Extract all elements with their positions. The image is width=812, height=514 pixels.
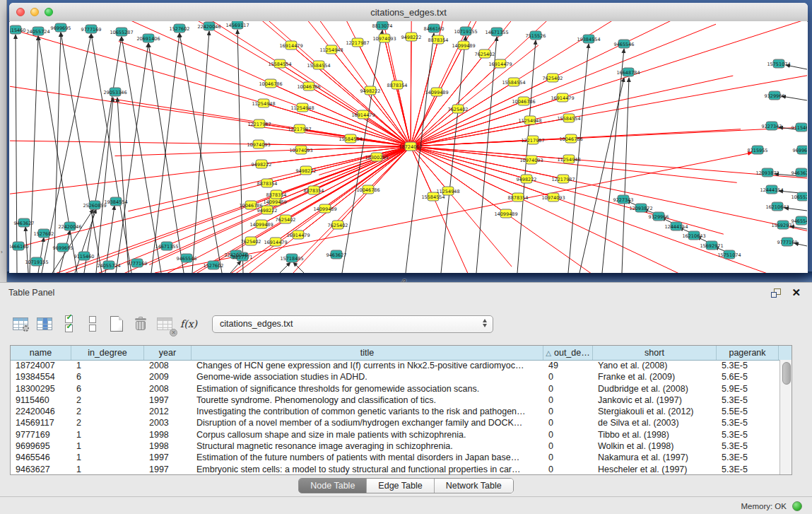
graph-node-label: 10974093 xyxy=(247,142,270,148)
graph-edge[interactable] xyxy=(342,30,382,273)
graph-edge[interactable] xyxy=(411,109,458,146)
graph-edge[interactable] xyxy=(411,37,411,146)
function-builder-icon[interactable]: f(x) xyxy=(178,314,199,334)
column-header-out_de[interactable]: △out_de… xyxy=(543,346,593,360)
graph-edge[interactable] xyxy=(441,36,466,273)
table-cell: Dudbridge et al. (2008) xyxy=(593,383,717,395)
new-column-icon[interactable] xyxy=(106,314,127,334)
table-cell: 1 xyxy=(71,429,144,440)
graph-node-label: 7625402 xyxy=(543,76,563,81)
float-window-icon[interactable] xyxy=(771,288,781,298)
scrollbar-thumb[interactable] xyxy=(782,362,791,385)
panel-expand-arrow-icon[interactable]: › xyxy=(1,249,3,255)
graph-edge[interactable] xyxy=(476,37,497,273)
table-cell: 1 xyxy=(71,464,144,475)
graph-node-label: 7515526 xyxy=(526,33,546,39)
graph-node-label: 16914479 xyxy=(286,233,310,238)
table-row[interactable]: 1830029562008Estimation of significance … xyxy=(11,383,780,395)
table-cell: 5.3E-5 xyxy=(717,464,779,475)
show-columns-icon[interactable] xyxy=(34,314,55,334)
graph-edge[interactable] xyxy=(579,78,624,273)
network-view-window[interactable]: citations_edges.txt 11254948122179871097… xyxy=(9,3,808,273)
table-row[interactable]: 1938455462009Genome-wide association stu… xyxy=(11,371,780,382)
table-cell: 2009 xyxy=(144,371,192,382)
window-titlebar[interactable]: citations_edges.txt xyxy=(9,3,808,22)
table-row[interactable]: 1872400712008Changes of HCN gene express… xyxy=(11,360,780,371)
graph-edge[interactable] xyxy=(411,21,689,146)
node-attribute-table[interactable]: namein_degreeyeartitle△out_de…shortpager… xyxy=(10,345,792,475)
tab-network-table[interactable]: Network Table xyxy=(435,479,513,493)
select-all-checks-icon[interactable]: ✓✓ xyxy=(58,314,79,334)
graph-edge[interactable] xyxy=(16,35,17,273)
graph-node-label: 9227343 xyxy=(613,197,634,203)
column-header-pagerank[interactable]: pagerank xyxy=(717,346,779,360)
graph-node-label: 12093872 xyxy=(755,170,779,176)
graph-edge[interactable] xyxy=(259,144,411,146)
graph-node-label: 15584554 xyxy=(421,194,445,200)
table-cell: Yano et al. (2008) xyxy=(593,360,717,371)
graph-edge[interactable] xyxy=(116,43,148,273)
tab-node-table[interactable]: Node Table xyxy=(299,479,367,493)
table-row[interactable]: 969969511998Structural magnetic resonanc… xyxy=(11,440,780,452)
table-row[interactable]: 946554611997Estimation of the future num… xyxy=(11,452,780,463)
table-cell: 0 xyxy=(543,417,593,428)
tab-edge-table[interactable]: Edge Table xyxy=(367,479,434,493)
column-header-short[interactable]: short xyxy=(593,346,717,360)
column-header-name[interactable]: name xyxy=(11,346,71,360)
delete-table-icon[interactable]: ✕ xyxy=(154,314,175,334)
collapsed-side-panel[interactable]: › xyxy=(0,0,7,282)
table-tabs-wrap: Node TableEdge TableNetwork Table xyxy=(0,478,812,493)
graph-node-label: 9498222 xyxy=(401,35,422,40)
column-header-year[interactable]: year xyxy=(144,346,192,360)
graph-edge[interactable] xyxy=(264,103,411,146)
graph-edge[interactable] xyxy=(25,227,28,273)
graph-node-label: 9465546 xyxy=(792,218,807,224)
table-selector-dropdown[interactable]: citations_edges.txt xyxy=(212,315,493,333)
graph-edge[interactable] xyxy=(52,209,93,273)
graph-node-label: 1527602 xyxy=(170,26,190,32)
graph-edge[interactable] xyxy=(411,139,571,146)
graph-edge[interactable] xyxy=(411,146,471,273)
graph-node-label: 7625402 xyxy=(475,52,495,57)
graph-edge[interactable] xyxy=(411,146,807,234)
table-mode-icon[interactable] xyxy=(10,314,31,334)
table-cell: Changes of HCN gene expression and I(f) … xyxy=(192,360,543,371)
column-header-title[interactable]: title xyxy=(192,346,543,360)
table-row[interactable]: 911546021997Tourette syndrome. Phenomeno… xyxy=(11,395,780,406)
close-panel-icon[interactable]: ✕ xyxy=(792,286,801,299)
table-row[interactable]: 2242004622012Investigating the contribut… xyxy=(11,406,780,417)
delete-column-trash-icon[interactable] xyxy=(130,314,151,334)
graph-node-label: 22420046 xyxy=(58,224,81,230)
network-canvas[interactable]: 1125494812217987109740939498222887835414… xyxy=(10,21,807,273)
graph-edge[interactable] xyxy=(622,78,629,273)
table-cell: 0 xyxy=(543,440,593,452)
graph-node-label: 9699695 xyxy=(51,25,71,31)
graph-edge[interactable] xyxy=(411,70,807,146)
graph-edge[interactable] xyxy=(411,146,700,273)
graph-edge[interactable] xyxy=(151,33,180,273)
graph-edge[interactable] xyxy=(782,96,807,100)
table-type-tabs: Node TableEdge TableNetwork Table xyxy=(298,478,513,493)
graph-edge[interactable] xyxy=(91,34,131,273)
graph-edge[interactable] xyxy=(117,98,129,273)
graph-node-label: 9777169 xyxy=(81,27,102,33)
clear-selection-icon[interactable] xyxy=(82,314,103,334)
graph-edge[interactable] xyxy=(84,37,122,273)
vertical-scrollbar[interactable] xyxy=(779,360,792,474)
table-cell: 0 xyxy=(543,452,593,463)
graph-edge[interactable] xyxy=(267,146,411,210)
graph-node-label: 9115460 xyxy=(792,125,807,131)
graph-node-label: 16914479 xyxy=(488,62,512,67)
table-row[interactable]: 977716911998Corpus callosum shape and si… xyxy=(11,429,780,440)
graph-edge[interactable] xyxy=(30,36,38,273)
graph-edge[interactable] xyxy=(96,98,113,273)
citation-network-graph[interactable]: 1125494812217987109740939498222887835414… xyxy=(10,21,807,273)
graph-edge[interactable] xyxy=(363,115,411,146)
table-row[interactable]: 946362711997Embryonic stem cells: a mode… xyxy=(11,464,780,475)
graph-edge[interactable] xyxy=(267,146,411,183)
table-row[interactable]: 1456911722003Disruption of a novel membe… xyxy=(11,417,780,428)
graph-edge[interactable] xyxy=(280,262,290,273)
table-cell: 9115460 xyxy=(11,395,71,406)
graph-node-label: 14099489 xyxy=(249,222,273,228)
column-header-in_degree[interactable]: in_degree xyxy=(71,346,144,360)
